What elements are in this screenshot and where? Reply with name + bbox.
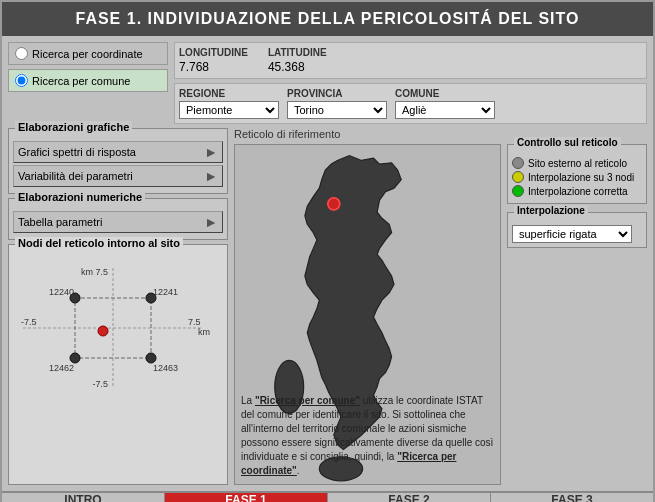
legend-item-3: Interpolazione corretta: [512, 185, 642, 197]
search-right: LONGITUDINE 7.768 LATITUDINE 45.368 REGI…: [174, 42, 647, 124]
dot-green-icon: [512, 185, 524, 197]
legend-label-3: Interpolazione corretta: [528, 186, 628, 197]
tab-fase3[interactable]: FASE 3: [491, 493, 653, 502]
tabella-label: Tabella parametri: [18, 216, 102, 228]
legend-item-1: Sito esterno al reticolo: [512, 157, 642, 169]
dot-yellow-icon: [512, 171, 524, 183]
comune-radio-item[interactable]: Ricerca per comune: [8, 69, 168, 92]
spettri-button[interactable]: Grafici spettri di risposta ►: [13, 141, 223, 163]
map-info-text: La "Ricerca per comune" utilizza le coor…: [241, 394, 494, 478]
svg-text:-7.5: -7.5: [92, 379, 108, 389]
bold-text-2: "Ricerca per coordinate": [241, 451, 456, 476]
latitude-label: LATITUDINE: [268, 47, 327, 58]
svg-point-12: [98, 326, 108, 336]
variabilita-label: Variabilità dei parametri: [18, 170, 133, 182]
tabella-button[interactable]: Tabella parametri ►: [13, 211, 223, 233]
coordinate-label: Ricerca per coordinate: [32, 48, 143, 60]
tab-fase2[interactable]: FASE 2: [328, 493, 491, 502]
reticolo-title: Controllo sul reticolo: [514, 137, 621, 148]
tabella-arrow-icon: ►: [204, 214, 218, 230]
coord-section: LONGITUDINE 7.768 LATITUDINE 45.368: [174, 42, 647, 79]
left-panel: Elaborazioni grafiche Grafici spettri di…: [8, 128, 228, 485]
main-container: FASE 1. INDIVIDUAZIONE DELLA PERICOLOSIT…: [0, 0, 655, 502]
search-left: Ricerca per coordinate Ricerca per comun…: [8, 42, 168, 124]
longitude-label: LONGITUDINE: [179, 47, 248, 58]
tab-fase3-label: FASE 3: [551, 493, 592, 502]
footer-tabs: INTRO FASE 1 FASE 2 FASE 3: [2, 491, 653, 502]
regione-select[interactable]: Piemonte: [179, 101, 279, 119]
tab-intro-label: INTRO: [64, 493, 101, 502]
page-header: FASE 1. INDIVIDUAZIONE DELLA PERICOLOSIT…: [2, 2, 653, 36]
tab-fase1[interactable]: FASE 1: [165, 493, 328, 502]
longitude-field: LONGITUDINE 7.768: [179, 47, 248, 74]
latitude-value: 45.368: [268, 60, 327, 74]
content-area: Ricerca per coordinate Ricerca per comun…: [2, 36, 653, 491]
numeriche-content: Tabella parametri ►: [13, 211, 223, 233]
coordinate-radio-item[interactable]: Ricerca per coordinate: [8, 42, 168, 65]
regione-group: REGIONE Piemonte: [179, 88, 279, 119]
svg-text:12463: 12463: [153, 363, 178, 373]
svg-text:-7.5: -7.5: [21, 317, 37, 327]
comune-section: REGIONE Piemonte PROVINCIA Torino: [174, 83, 647, 124]
spettri-label: Grafici spettri di risposta: [18, 146, 136, 158]
regione-label: REGIONE: [179, 88, 279, 99]
reticolo-control-box: Controllo sul reticolo Sito esterno al r…: [507, 144, 647, 204]
svg-point-19: [328, 198, 340, 210]
control-panel: Controllo sul reticolo Sito esterno al r…: [507, 144, 647, 485]
svg-text:km 7.5: km 7.5: [81, 267, 108, 277]
comune-panel: REGIONE Piemonte PROVINCIA Torino: [179, 88, 642, 119]
latitude-field: LATITUDINE 45.368: [268, 47, 327, 74]
nodes-title: Nodi del reticolo intorno al sito: [15, 237, 183, 249]
svg-text:12240: 12240: [49, 287, 74, 297]
provincia-select[interactable]: Torino: [287, 101, 387, 119]
comune-group: COMUNE Agliè: [395, 88, 495, 119]
variabilita-arrow-icon: ►: [204, 168, 218, 184]
bold-text-1: "Ricerca per comune": [255, 395, 360, 406]
comune-select[interactable]: Agliè: [395, 101, 495, 119]
comune-radio[interactable]: [15, 74, 28, 87]
reticolo-content: Sito esterno al reticolo Interpolazione …: [512, 157, 642, 197]
coord-row: LONGITUDINE 7.768 LATITUDINE 45.368: [179, 47, 642, 74]
dot-gray-icon: [512, 157, 524, 169]
interp-select[interactable]: superficie rigata: [512, 225, 632, 243]
longitude-value: 7.768: [179, 60, 248, 74]
interpolazione-box: Interpolazione superficie rigata: [507, 212, 647, 248]
nodes-box: Nodi del reticolo intorno al sito km 7.5…: [8, 244, 228, 485]
tab-fase2-label: FASE 2: [388, 493, 429, 502]
svg-text:12241: 12241: [153, 287, 178, 297]
svg-text:7.5: 7.5: [188, 317, 201, 327]
spettri-arrow-icon: ►: [204, 144, 218, 160]
svg-text:12462: 12462: [49, 363, 74, 373]
nodes-svg: km 7.5 -7.5 7.5 km -7.5: [13, 263, 213, 393]
variabilita-button[interactable]: Variabilità dei parametri ►: [13, 165, 223, 187]
provincia-label: PROVINCIA: [287, 88, 387, 99]
nodes-grid: km 7.5 -7.5 7.5 km -7.5: [13, 263, 213, 393]
grafiche-content: Grafici spettri di risposta ► Variabilit…: [13, 141, 223, 187]
legend-label-2: Interpolazione su 3 nodi: [528, 172, 634, 183]
comune-label: Ricerca per comune: [32, 75, 130, 87]
elaborazioni-numeriche-box: Elaborazioni numeriche Tabella parametri…: [8, 198, 228, 240]
legend-item-2: Interpolazione su 3 nodi: [512, 171, 642, 183]
search-row: Ricerca per coordinate Ricerca per comun…: [8, 42, 647, 124]
middle-row: Elaborazioni grafiche Grafici spettri di…: [8, 128, 647, 485]
svg-point-11: [146, 353, 156, 363]
elaborazioni-grafiche-box: Elaborazioni grafiche Grafici spettri di…: [8, 128, 228, 194]
map-container: La "Ricerca per comune" utilizza le coor…: [234, 144, 501, 485]
numeriche-title: Elaborazioni numeriche: [15, 191, 145, 203]
interp-content: superficie rigata: [512, 225, 642, 243]
interp-title: Interpolazione: [514, 205, 588, 216]
grafiche-title: Elaborazioni grafiche: [15, 121, 132, 133]
right-panel: Reticolo di riferimento: [234, 128, 647, 485]
legend-label-1: Sito esterno al reticolo: [528, 158, 627, 169]
provincia-group: PROVINCIA Torino: [287, 88, 387, 119]
comune-label2: COMUNE: [395, 88, 495, 99]
header-title: FASE 1. INDIVIDUAZIONE DELLA PERICOLOSIT…: [76, 10, 580, 27]
map-area: La "Ricerca per comune" utilizza le coor…: [234, 144, 647, 485]
tab-intro[interactable]: INTRO: [2, 493, 165, 502]
coordinate-radio[interactable]: [15, 47, 28, 60]
svg-point-10: [70, 353, 80, 363]
tab-fase1-label: FASE 1: [225, 493, 266, 502]
svg-text:km: km: [198, 327, 210, 337]
